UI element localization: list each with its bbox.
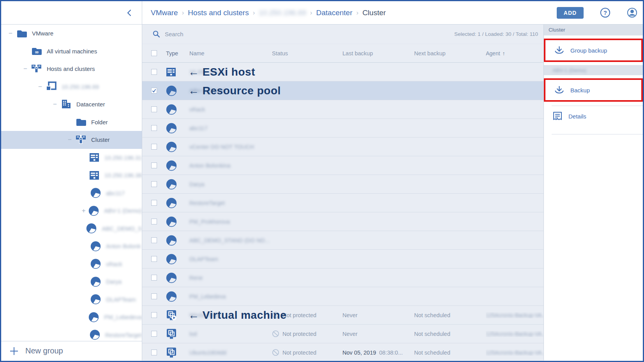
search-input[interactable] [165,31,282,37]
tree-item-label: 10.250.196.31 [104,154,142,161]
svg-text:?: ? [603,10,607,16]
machine-name: Darya [189,181,205,187]
tree-item-folder[interactable]: Folder [1,113,142,131]
action-group-backup[interactable]: Group backup [545,40,641,60]
table-row[interactable]: WinSrv2016Not protectedNeverNot schedule… [142,306,543,325]
tree-item-anton-bolonk[interactable]: Anton Bolonk [1,237,142,255]
tree-item-pm-lebedeva[interactable]: PM_Lebedeva [1,308,142,326]
select-all-checkbox[interactable] [151,50,157,56]
resource-pool-icon [166,216,177,227]
tree-item-abc-demo-s[interactable]: ABC_DEMO_S [1,220,142,238]
tree-item-datacenter[interactable]: −Datacenter [1,95,142,113]
tree-item-cluster[interactable]: −Cluster [1,131,142,149]
row-checkbox[interactable] [151,69,157,75]
action-details[interactable]: Details [544,106,643,126]
table-row[interactable]: Rene [142,268,543,287]
table-row[interactable]: 10.250.196.31← ESXi host [142,63,543,81]
action-backup[interactable]: Backup [545,80,641,100]
row-checkbox[interactable] [151,275,157,281]
table-row[interactable]: ABV-1 (Demo)← Resource pool [142,81,543,100]
row-checkbox[interactable] [151,312,157,318]
table-row[interactable]: Anton Bolonkina [142,156,543,175]
column-header-next-backup[interactable]: Next backup [414,50,486,57]
tree-item-10-250-196-38[interactable]: 10.250.196.38 [1,166,142,184]
breadcrumb-item-vmware[interactable]: VMware [151,9,178,17]
row-checkbox[interactable] [151,162,157,168]
tree-item-hosts-and-clusters[interactable]: −Hosts and clusters [1,60,142,78]
row-checkbox[interactable] [151,200,157,206]
resource-pool-icon [90,259,101,269]
table-row[interactable]: RestoreTarget [142,194,543,212]
tree-expander-plus-icon[interactable]: + [81,207,86,214]
row-checkbox[interactable] [151,331,157,337]
breadcrumb-item-datacenter[interactable]: Datacenter [316,9,353,17]
table-row[interactable]: Ubuntu1804ddNot protectedNov 05, 201908:… [142,343,543,360]
row-checkbox[interactable] [151,181,157,187]
tree-item-vrack[interactable]: vRack [1,255,142,273]
breadcrumb-separator: › [182,9,184,17]
machine-name: vCenter DO NOT TOUCH [189,144,254,150]
row-checkbox[interactable] [151,88,157,94]
resource-pool-icon [90,241,101,251]
row-checkbox[interactable] [151,125,157,131]
resource-pool-icon [166,198,177,208]
vm-running-icon [166,310,177,321]
row-checkbox[interactable] [151,144,157,150]
account-icon[interactable] [627,7,637,18]
row-checkbox[interactable] [151,237,157,243]
machine-name: RestoreTarget [189,200,225,206]
machines-table-area: Selected: 1 / Loaded: 30 / Total: 110 Ty… [142,25,543,360]
new-group-button[interactable]: New group [1,341,142,360]
tree-item-vmware[interactable]: −VMware [1,25,142,42]
column-header-type[interactable]: Type [166,50,189,57]
chevron-left-icon[interactable] [127,9,132,16]
tree-item-all-virtual-machines[interactable]: ∞All virtual machines [1,42,142,60]
tree-expander-minus-icon[interactable]: − [51,101,59,108]
machine-name: PM_Prokhorova [189,219,230,225]
table-row[interactable]: OLAPTeam [142,250,543,268]
folder-infinity-icon: ∞ [31,46,42,57]
group-name-bar: ABV-1 (Demo) [544,65,643,75]
tree-item-label: Folder [91,119,108,125]
tree-item-10-250-196-31[interactable]: 10.250.196.31 [1,149,142,167]
row-checkbox[interactable] [151,219,157,224]
svg-text:∞: ∞ [35,49,39,55]
tree-item-abc117[interactable]: abc117 [1,184,142,202]
add-button[interactable]: ADD [557,7,584,19]
row-checkbox[interactable] [151,256,157,262]
table-row[interactable]: lodNot protectedNeverNot scheduled125Acr… [142,325,543,343]
resource-pool-icon [166,235,177,246]
column-header-name[interactable]: Name [189,50,272,57]
tree-expander-minus-icon[interactable]: − [21,65,29,72]
tree-item-abv-1-demo-[interactable]: +ABV-1 (Demo) [1,202,142,220]
help-icon[interactable]: ? [600,7,610,18]
table-row[interactable]: PM_Lebedeva [142,287,543,306]
table-row[interactable]: vCenter DO NOT TOUCH [142,138,543,156]
row-checkbox[interactable] [151,293,157,299]
table-row[interactable]: ABC_DEMO_STAND (DO NO... [142,231,543,250]
tree-item-label: VMware [32,30,53,37]
table-row[interactable]: Darya [142,175,543,194]
annotation-callout: ← Virtual machine [188,309,286,321]
tree-expander-minus-icon[interactable]: − [36,83,44,90]
agent-name: 125Acronis-Backup-VA... [486,312,543,318]
tree-item-label: PM_Lebedeva [104,314,142,320]
tree-item-olapteam[interactable]: OLAPTeam [1,291,142,309]
column-header-last-backup[interactable]: Last backup [342,50,414,57]
table-row[interactable]: abc117 [142,119,543,138]
row-checkbox[interactable] [151,350,157,355]
next-backup: Not scheduled [414,312,450,318]
tree-expander-minus-icon[interactable]: − [7,30,14,37]
row-checkbox[interactable] [151,106,157,112]
breadcrumb-item-hosts-and-clusters[interactable]: Hosts and clusters [188,9,249,17]
tree-item-darya[interactable]: Darya [1,273,142,291]
column-header-agent[interactable]: Agent↑ [486,50,543,57]
tree-expander-minus-icon[interactable]: − [66,136,74,143]
sort-arrow-icon: ↑ [503,50,505,57]
tree-item-10-250-196-69[interactable]: −10.250.196.69 [1,78,142,96]
breadcrumb-item-10-250-196-69[interactable]: 10.250.196.69 [259,9,306,17]
column-header-status[interactable]: Status [272,50,342,57]
table-row[interactable]: vRack [142,100,543,119]
table-row[interactable]: PM_Prokhorova [142,212,543,231]
esxi-host-icon [89,170,99,180]
